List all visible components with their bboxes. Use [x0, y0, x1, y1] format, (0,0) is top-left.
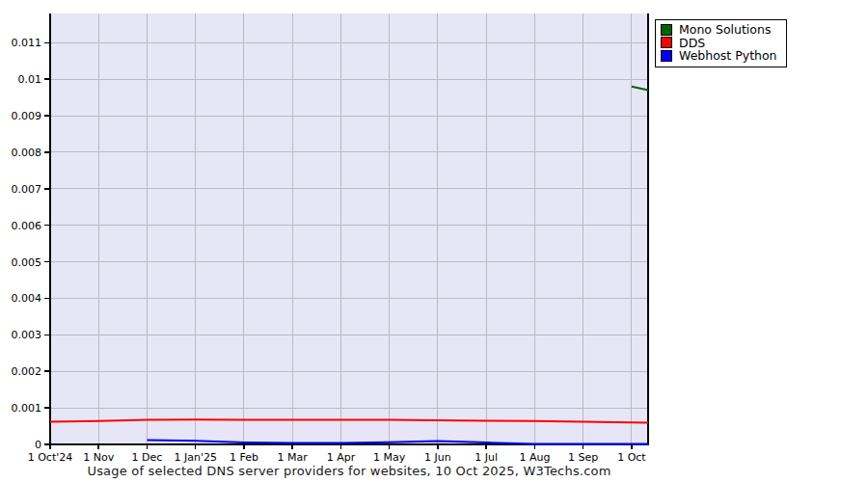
y-tick-label: 0 [35, 439, 41, 451]
y-tick-label: 0.002 [12, 365, 42, 378]
legend: Mono Solutions DDS Webhost Python [655, 19, 787, 67]
chart-canvas: 00.0010.0020.0030.0040.0050.0060.0070.00… [0, 0, 868, 482]
y-tick-label: 0.006 [12, 220, 42, 232]
x-tick-label: 1 Oct [617, 451, 646, 464]
y-tick-label: 0.005 [12, 256, 42, 269]
x-tick-label: 1 Feb [230, 451, 258, 464]
y-tick-label: 0.003 [12, 329, 42, 341]
legend-item-webhost-python: Webhost Python [661, 49, 777, 63]
x-tick-label: 1 Sep [568, 451, 598, 464]
y-tick-label: 0.011 [12, 37, 42, 49]
legend-label: Webhost Python [679, 49, 777, 63]
chart-caption: Usage of selected DNS server providers f… [50, 464, 648, 478]
legend-color-swatch [661, 50, 672, 62]
legend-color-swatch [661, 24, 672, 36]
x-tick-label: 1 Aug [519, 451, 550, 464]
x-tick-label: 1 Mar [278, 451, 309, 464]
y-tick-label: 0.01 [18, 73, 42, 86]
y-tick-label: 0.007 [12, 183, 42, 196]
legend-color-swatch [661, 37, 672, 48]
y-tick-label: 0.009 [12, 110, 42, 122]
y-tick-label: 0.004 [12, 292, 42, 305]
x-tick-label: 1 Jun [424, 451, 451, 464]
x-tick-label: 1 Dec [132, 451, 163, 464]
legend-label: DDS [679, 37, 705, 50]
x-tick-label: 1 Oct'24 [28, 451, 73, 464]
y-tick-label: 0.008 [12, 147, 42, 159]
legend-item-dds: DDS [661, 37, 777, 50]
w3techs-usage-chart: 00.0010.0020.0030.0040.0050.0060.0070.00… [0, 0, 868, 482]
x-tick-label: 1 Apr [327, 451, 356, 464]
plot-background [50, 13, 648, 444]
legend-item-mono-solutions: Mono Solutions [661, 23, 777, 37]
y-tick-label: 0.001 [12, 402, 42, 415]
x-tick-label: 1 Nov [83, 451, 114, 464]
x-tick-label: 1 May [373, 451, 406, 464]
legend-label: Mono Solutions [679, 23, 771, 37]
x-tick-label: 1 Jan'25 [174, 451, 216, 464]
x-tick-label: 1 Jul [475, 451, 498, 464]
